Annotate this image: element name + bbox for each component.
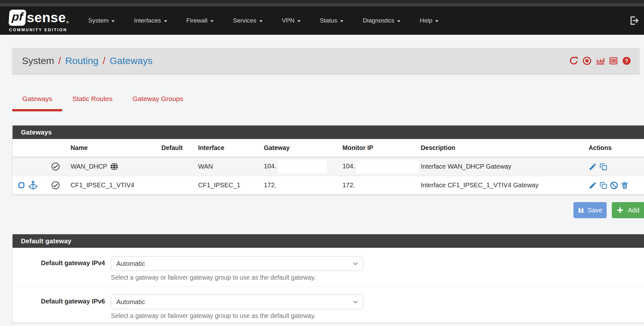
gateways-table: Name Default Interface Gateway Monitor I…	[13, 139, 644, 195]
plus-icon	[617, 207, 624, 214]
default-gateway-ipv4-select[interactable]: Automatic	[111, 256, 363, 271]
breadcrumb-system: System	[22, 55, 54, 66]
log-list-icon[interactable]	[609, 56, 618, 65]
stop-icon[interactable]	[582, 56, 591, 65]
table-row-cf1-ipsec: CF1_IPSEC_1_VTIV4 CF1_IPSEC_1 172. 172. …	[13, 176, 644, 195]
checkbox-icon[interactable]	[18, 182, 25, 189]
col-header-default: Default	[161, 139, 198, 157]
chart-icon[interactable]	[596, 56, 605, 65]
monitor-ip: 172.	[342, 182, 355, 189]
default-gateway-panel: Default gateway Default gateway IPv4 Aut…	[12, 234, 644, 323]
gateway-description: Interface CF1_IPSEC_1_VTIV4 Gateway	[421, 176, 589, 195]
window-chrome-strip	[0, 3, 644, 6]
save-icon	[578, 207, 584, 214]
chevron-down-icon	[353, 299, 358, 305]
routing-tabs: Gateways Static Routes Gateway Groups	[12, 92, 193, 111]
gateway-description: Interface WAN_DHCP Gateway	[421, 157, 589, 176]
default-gateway-ipv6-select[interactable]: Automatic	[111, 294, 363, 309]
tab-static-routes[interactable]: Static Routes	[62, 92, 122, 111]
svg-text:?: ?	[625, 58, 628, 64]
nav-services[interactable]: Services	[223, 17, 272, 24]
nav-interfaces[interactable]: Interfaces	[124, 17, 177, 24]
breadcrumb: System / Routing / Gateways	[22, 55, 153, 66]
caret-down-icon	[435, 20, 438, 22]
breadcrumb-separator: /	[103, 55, 105, 66]
tab-gateways[interactable]: Gateways	[12, 92, 62, 111]
nav-system[interactable]: System	[79, 17, 124, 24]
add-button[interactable]: Add	[612, 202, 644, 218]
top-navbar: pf sense ® COMMUNITY EDITION System Inte…	[0, 6, 644, 35]
save-button[interactable]: Save	[573, 202, 607, 218]
edit-gateway-icon[interactable]	[589, 163, 597, 171]
gateway-address: 172.	[264, 182, 276, 189]
breadcrumb-panel: System / Routing / Gateways ?	[12, 48, 639, 74]
table-header-row: Name Default Interface Gateway Monitor I…	[13, 139, 644, 157]
redacted-gateway-value	[278, 160, 327, 173]
delete-gateway-icon[interactable]	[620, 181, 629, 190]
gateways-panel-title: Gateways	[13, 126, 644, 139]
sign-out-icon[interactable]	[629, 15, 639, 26]
gateway-default-cell	[161, 157, 198, 176]
copy-gateway-icon[interactable]	[599, 181, 608, 190]
community-edition-label: COMMUNITY EDITION	[9, 27, 69, 32]
tab-gateway-groups[interactable]: Gateway Groups	[122, 92, 193, 111]
pfsense-logo[interactable]: pf sense ® COMMUNITY EDITION	[9, 9, 69, 32]
redacted-monitor-value	[356, 160, 419, 173]
chevron-down-icon	[353, 261, 358, 266]
gateway-online-check-icon	[51, 181, 60, 190]
gateway-interface: CF1_IPSEC_1	[198, 176, 264, 195]
caret-down-icon	[259, 20, 263, 22]
edit-gateway-icon[interactable]	[589, 181, 597, 190]
registered-mark: ®	[66, 20, 69, 24]
default-gateway-panel-title: Default gateway	[13, 234, 644, 248]
selected-value: Automatic	[116, 298, 145, 306]
col-header-interface: Interface	[198, 139, 264, 157]
window-top-strip	[0, 0, 644, 3]
caret-down-icon	[297, 20, 301, 22]
gateway-default-cell	[161, 176, 198, 195]
gateway-name: CF1_IPSEC_1_VTIV4	[71, 182, 134, 189]
caret-down-icon	[111, 20, 115, 22]
copy-gateway-icon[interactable]	[599, 163, 608, 171]
default-gateway-ipv6-label: Default gateway IPv6	[13, 294, 111, 320]
gateway-online-check-icon	[51, 162, 60, 171]
col-header-gateway: Gateway	[264, 139, 342, 157]
breadcrumb-gateways-link[interactable]: Gateways	[110, 55, 152, 66]
monitor-ip: 104.	[342, 163, 355, 170]
col-header-description: Description	[421, 139, 589, 157]
nav-diagnostics[interactable]: Diagnostics	[353, 17, 410, 24]
breadcrumb-action-icons: ?	[569, 56, 631, 65]
default-gateway-ipv6-row: Default gateway IPv6 Automatic Select a …	[13, 286, 644, 323]
disable-gateway-icon[interactable]	[610, 181, 618, 190]
nav-vpn[interactable]: VPN	[272, 17, 310, 24]
default-gateway-globe-icon	[110, 162, 119, 171]
col-header-actions: Actions	[589, 139, 644, 157]
default-gateway-ipv4-row: Default gateway IPv4 Automatic Select a …	[13, 248, 644, 286]
breadcrumb-separator: /	[58, 55, 61, 66]
refresh-icon[interactable]	[569, 56, 578, 65]
nav-firewall[interactable]: Firewall	[177, 17, 223, 24]
col-header-name: Name	[71, 139, 161, 157]
gateway-interface: WAN	[198, 157, 264, 176]
caret-down-icon	[164, 20, 167, 22]
nav-help[interactable]: Help	[410, 17, 448, 24]
gateway-address: 104.	[264, 163, 276, 170]
col-header-monitor-ip: Monitor IP	[342, 139, 421, 157]
selected-value: Automatic	[116, 260, 145, 267]
gateways-panel: Gateways Name Default Interface Gateway …	[12, 125, 644, 195]
default-gateway-ipv6-help: Select a gateway or failover gateway gro…	[111, 312, 363, 320]
pf-logo-mark: pf	[8, 10, 26, 26]
caret-down-icon	[210, 20, 214, 22]
breadcrumb-routing-link[interactable]: Routing	[65, 55, 98, 66]
pfsense-logo-row: pf sense ®	[9, 9, 69, 26]
caret-down-icon	[397, 20, 400, 22]
pfsense-gateways-page: pf sense ® COMMUNITY EDITION System Inte…	[0, 0, 644, 326]
help-icon[interactable]: ?	[622, 56, 631, 65]
nav-status[interactable]: Status	[310, 17, 353, 24]
main-menu: System Interfaces Firewall Services VPN …	[79, 17, 448, 24]
gateway-name: WAN_DHCP	[71, 163, 107, 170]
sense-logo-text: sense	[27, 11, 66, 24]
anchor-icon[interactable]	[28, 180, 38, 190]
table-row-wan-dhcp: WAN_DHCP WAN 104. 104. Interface WAN_DHC…	[13, 157, 644, 176]
default-gateway-ipv4-help: Select a gateway or failover gateway gro…	[111, 274, 363, 281]
